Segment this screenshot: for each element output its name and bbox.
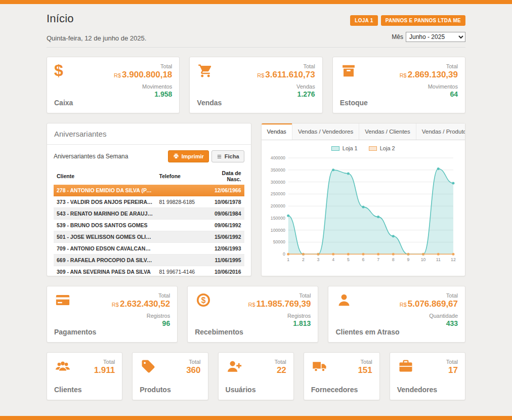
month-filter: Mês Junho - 2025 [392,32,465,42]
column-header-telefone: Telefone [156,167,205,185]
phone-cell [156,231,205,243]
total-count: 22 [277,365,286,376]
svg-text:10: 10 [420,257,425,262]
phone-cell [156,208,205,220]
printer-icon [173,153,179,159]
list-icon [217,154,222,159]
svg-text:7: 7 [377,257,379,262]
total-label: Total [160,63,172,69]
card-pagamentos: Pagamentos Total R$2.632.430,52 Registro… [47,286,178,343]
tab-vendas-vendedores[interactable]: Vendas / Vendedores [292,123,359,140]
table-row[interactable]: 543 - RENATO MARINHO DE ARAUJO (F... 09/… [54,208,244,220]
table-row[interactable]: 501 - JOSE WELISSON GOMES OLIVEIR... 15/… [54,231,244,243]
legend-label: Loja 1 [343,145,358,151]
tab-vendas[interactable]: Vendas [262,123,292,140]
store-button[interactable]: LOJA 1 [350,15,377,26]
card-usuarios: Usuários Total 22 [218,352,294,400]
dollar-icon: $ [54,63,72,79]
card-title: Vendas [197,99,222,107]
card-title: Usuários [226,386,256,394]
birthdate-cell: 15/06/1992 [205,231,244,243]
svg-text:150000: 150000 [270,216,285,221]
client-cell: 669 - RAFAELA PROCOPIO DA SILVA CA... [54,255,156,266]
phone-cell [156,220,205,231]
birthdate-cell: 09/06/1992 [205,220,244,231]
record-button[interactable]: Ficha [211,150,244,162]
column-header-data-nasc: Data de Nasc. [205,167,244,185]
count-value: 1.813 [293,319,311,328]
svg-text:400000: 400000 [270,155,285,160]
total-count: 151 [358,365,372,376]
svg-text:12: 12 [451,257,456,262]
total-label: Total [446,292,458,299]
birthdate-cell: 12/06/1993 [205,243,244,255]
total-label: Total [361,359,372,365]
phone-cell [156,185,205,196]
phone-cell [156,243,205,255]
loja2-swatch-icon [369,146,377,151]
birthdate-cell: 12/06/1966 [205,185,244,196]
count-label: Quantidade [429,313,458,319]
tab-vendas-produtos[interactable]: Vendas / Produtos [416,123,465,140]
print-button[interactable]: Imprimir [168,150,209,162]
total-label: Total [275,359,286,365]
svg-text:4: 4 [332,257,334,262]
bottom-accent-bar [0,416,512,420]
phone-cell: 81 99828-6185 [156,196,205,208]
card-clientes-em-atraso: Clientes em Atraso Total R$5.076.869,67 … [328,286,465,343]
header-buttons: LOJA 1 PANNOS E PANNOS LTDA ME [350,15,465,26]
legend-label: Loja 2 [380,145,395,151]
card-estoque: Estoque Total R$2.869.130,39 Movimentos … [332,57,465,113]
month-select[interactable]: Junho - 2025 [406,32,465,42]
sales-chart-panel: Vendas Vendas / Vendedores Vendas / Clie… [261,123,466,276]
table-row[interactable]: 309 - ANA SEVERINA PAES DA SILVA 81 9967… [54,266,244,277]
card-title: Pagamentos [54,328,96,336]
svg-text:50000: 50000 [273,239,285,244]
card-produtos: Produtos Total 360 [132,352,208,400]
total-count: 1.911 [94,365,115,376]
client-cell: 309 - ANA SEVERINA PAES DA SILVA [54,266,156,277]
card-caixa: $ Caixa Total R$3.900.800,18 Movimentos … [47,57,180,113]
total-count: 360 [186,365,200,376]
date-row: Quinta-feira, 12 de junho de 2025. Mês J… [47,32,465,48]
total-label: Total [303,63,315,69]
svg-text:8: 8 [392,257,394,262]
middle-row: Aniversariantes Aniversariantes da Seman… [47,123,465,276]
coin-icon: $ [195,292,213,309]
count-label: Registros [287,313,311,319]
count-value: 1.276 [297,90,315,99]
user-plus-icon [226,359,244,375]
count-label: Vendas [296,83,315,90]
archive-icon [340,63,358,79]
table-row[interactable]: 373 - VALDIR DOS ANJOS PEREIRA (AN... 81… [54,196,244,208]
count-label: Movimentos [142,83,172,90]
total-amount: R$2.632.430,52 [112,299,170,309]
count-value: 1.958 [154,90,172,99]
card-fornecedores: Fornecedores Total 151 [304,352,380,400]
svg-text:2: 2 [302,257,304,262]
svg-text:300000: 300000 [270,180,285,185]
top-accent-bar [0,0,512,4]
company-button[interactable]: PANNOS E PANNOS LTDA ME [381,15,465,26]
table-row[interactable]: 709 - ANTONIO EDSON CAVALCANTE D... 12/0… [54,243,244,255]
month-label: Mês [392,33,403,40]
card-title: Clientes em Atraso [335,328,399,336]
tab-vendas-clientes[interactable]: Vendas / Clientes [359,123,416,140]
table-row[interactable]: 278 - ANTONIO EMIDIO DA SILVA (PALE... 1… [54,185,244,196]
legend-loja2: Loja 2 [369,145,395,151]
count-value: 96 [162,319,170,328]
client-cell: 278 - ANTONIO EMIDIO DA SILVA (PALE... [54,185,156,196]
table-row[interactable]: 669 - RAFAELA PROCOPIO DA SILVA CA... 11… [54,255,244,266]
total-amount: R$5.076.869,67 [400,299,458,309]
stat-cards-row-2: Pagamentos Total R$2.632.430,52 Registro… [47,286,465,343]
table-row[interactable]: 539 - BRUNO DOS SANTOS GOMES 09/06/1992 [54,220,244,231]
birthdate-cell: 09/06/1984 [205,208,244,220]
count-value: 64 [450,90,458,99]
svg-text:200000: 200000 [270,203,285,208]
truck-icon [311,359,329,375]
stat-cards-row-1: $ Caixa Total R$3.900.800,18 Movimentos … [47,57,465,113]
count-value: 433 [446,319,458,328]
card-clientes: Clientes Total 1.911 [47,352,122,400]
birthdate-cell: 10/06/1978 [205,196,244,208]
svg-text:0: 0 [283,251,285,257]
